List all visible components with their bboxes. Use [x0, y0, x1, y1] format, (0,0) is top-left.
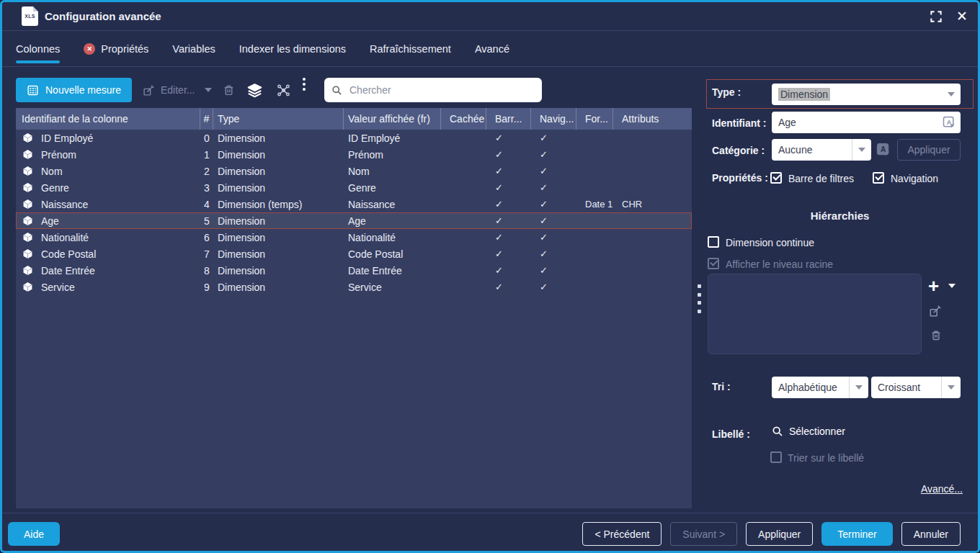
col-header-num[interactable]: #	[200, 108, 213, 130]
row-attributs: CHR	[613, 196, 692, 212]
dimension-continue-checkbox[interactable]	[708, 236, 719, 248]
chevron-down-icon[interactable]	[849, 377, 868, 398]
row-attributs	[613, 212, 692, 229]
edit-button[interactable]: Editer...	[143, 78, 195, 102]
table-row[interactable]: ID Employé0DimensionID Employé✓✓	[16, 130, 692, 146]
row-display-value: Code Postal	[344, 246, 441, 262]
table-row[interactable]: Code Postal7DimensionCode Postal✓✓	[16, 246, 692, 262]
identifiant-label: Identifiant :	[712, 117, 766, 129]
selectionner-libelle-button[interactable]: Sélectionner	[772, 426, 845, 437]
search-input[interactable]	[348, 84, 535, 96]
row-format	[576, 212, 613, 229]
new-measure-button[interactable]: Nouvelle mesure	[16, 78, 132, 102]
chevron-down-icon[interactable]	[941, 377, 961, 398]
col-header-format[interactable]: For...	[576, 108, 613, 130]
suivant-button[interactable]: Suivant >	[670, 522, 737, 546]
tri-ordre-dropdown[interactable]: Croissant	[871, 377, 961, 398]
table-row[interactable]: Naissance4Dimension (temps)Naissance✓✓Da…	[16, 196, 692, 212]
appliquer-button[interactable]: Appliquer	[746, 522, 813, 546]
row-barre-filtres-flag: ✓	[486, 246, 531, 262]
dimension-continue-label: Dimension continue	[726, 237, 814, 248]
tab-indexer-dimensions[interactable]: Indexer les dimensions	[239, 31, 346, 66]
col-header-barre[interactable]: Barr...	[486, 108, 531, 130]
table-header: Identifiant de la colonne # Type Valeur …	[16, 108, 692, 130]
col-header-navigation[interactable]: Navig...	[531, 108, 576, 130]
row-format: Date 1	[576, 196, 613, 212]
panel-splitter-handle[interactable]	[696, 284, 702, 313]
tri-mode-dropdown[interactable]: Alphabétique	[772, 377, 868, 398]
add-hierarchy-icon[interactable]: +	[928, 276, 939, 295]
row-format	[576, 163, 613, 179]
row-cachee-flag	[441, 229, 486, 246]
type-dropdown[interactable]: Dimension	[772, 84, 961, 105]
col-header-valeur[interactable]: Valeur affichée (fr)	[344, 108, 441, 130]
table-row[interactable]: Age5DimensionAge✓✓	[16, 212, 692, 229]
table-row[interactable]: Genre3DimensionGenre✓✓	[16, 179, 692, 196]
table-row[interactable]: Date Entrée8DimensionDate Entrée✓✓	[16, 262, 692, 279]
row-format	[576, 246, 613, 262]
aide-button[interactable]: Aide	[8, 522, 60, 546]
row-navigation-flag: ✓	[531, 229, 576, 246]
tab-proprietes[interactable]: ✕ Propriétés	[84, 31, 148, 66]
row-display-value: Genre	[344, 179, 441, 196]
edit-dropdown-arrow-icon[interactable]	[205, 78, 212, 102]
row-type: Dimension	[213, 246, 344, 262]
trier-libelle-checkbox[interactable]	[770, 451, 782, 463]
add-hierarchy-dropdown-icon[interactable]	[948, 284, 956, 288]
row-attributs	[613, 130, 692, 146]
terminer-button[interactable]: Terminer	[821, 522, 892, 546]
row-format	[576, 179, 613, 196]
table-row[interactable]: Nationalité6DimensionNationalité✓✓	[16, 229, 692, 246]
row-attributs	[613, 262, 692, 279]
tab-colonnes[interactable]: Colonnes	[16, 31, 60, 66]
layers-icon[interactable]	[247, 78, 262, 102]
row-display-value: Age	[344, 212, 441, 229]
dimension-cube-icon	[22, 149, 33, 160]
tab-variables[interactable]: Variables	[172, 31, 215, 66]
table-row[interactable]: Nom2DimensionNom✓✓	[16, 163, 692, 179]
col-header-attributs[interactable]: Attributs	[613, 108, 692, 130]
translate-icon[interactable]: A	[942, 115, 956, 130]
row-barre-filtres-flag: ✓	[486, 146, 531, 163]
edit-hierarchy-icon[interactable]	[929, 305, 942, 318]
identifiant-input[interactable]	[772, 116, 942, 129]
hierarchies-list[interactable]	[708, 274, 922, 354]
table-row[interactable]: Prénom1DimensionPrénom✓✓	[16, 146, 692, 163]
row-format	[576, 279, 613, 295]
fullscreen-icon[interactable]	[929, 9, 943, 24]
row-display-value: ID Employé	[344, 130, 441, 146]
chevron-down-icon[interactable]	[942, 84, 961, 105]
dimension-cube-icon	[22, 265, 33, 276]
row-attributs	[613, 246, 692, 262]
annuler-button[interactable]: Annuler	[901, 522, 961, 546]
trier-libelle-label: Trier sur le libellé	[788, 452, 864, 464]
row-barre-filtres-flag: ✓	[486, 196, 531, 212]
tab-rafraichissement[interactable]: Rafraîchissement	[370, 31, 451, 66]
navigation-checkbox[interactable]	[873, 172, 884, 184]
col-header-cachee[interactable]: Cachée	[441, 108, 486, 130]
tab-avance[interactable]: Avancé	[475, 31, 509, 66]
row-display-value: Service	[344, 279, 441, 295]
table-row[interactable]: Service9DimensionService✓✓	[16, 279, 692, 295]
close-icon[interactable]: ✕	[956, 9, 968, 23]
precedent-button[interactable]: < Précédent	[582, 522, 662, 546]
row-attributs	[613, 229, 692, 246]
chevron-down-icon[interactable]	[852, 139, 871, 161]
dimension-cube-icon	[22, 282, 33, 292]
hierarchy-molecule-icon[interactable]	[277, 78, 290, 102]
delete-icon[interactable]	[223, 78, 235, 102]
avance-link[interactable]: Avancé...	[894, 483, 963, 495]
advanced-configuration-dialog: XLS Configuration avancée ✕ Colonnes ✕ P…	[0, 0, 980, 553]
delete-hierarchy-icon[interactable]	[930, 329, 942, 341]
col-header-type[interactable]: Type	[213, 108, 344, 130]
more-options-kebab-icon[interactable]	[303, 78, 306, 102]
col-header-identifiant[interactable]: Identifiant de la colonne	[16, 108, 200, 130]
barre-filtres-checkbox[interactable]	[770, 172, 782, 184]
row-attributs	[613, 146, 692, 163]
row-index: 1	[200, 146, 213, 163]
row-barre-filtres-flag: ✓	[486, 163, 531, 179]
categorie-dropdown[interactable]: Aucune	[772, 139, 871, 161]
categorie-translate-icon[interactable]: A	[876, 142, 891, 158]
niveau-racine-checkbox[interactable]	[708, 258, 719, 269]
appliquer-categorie-button[interactable]: Appliquer	[897, 139, 961, 161]
